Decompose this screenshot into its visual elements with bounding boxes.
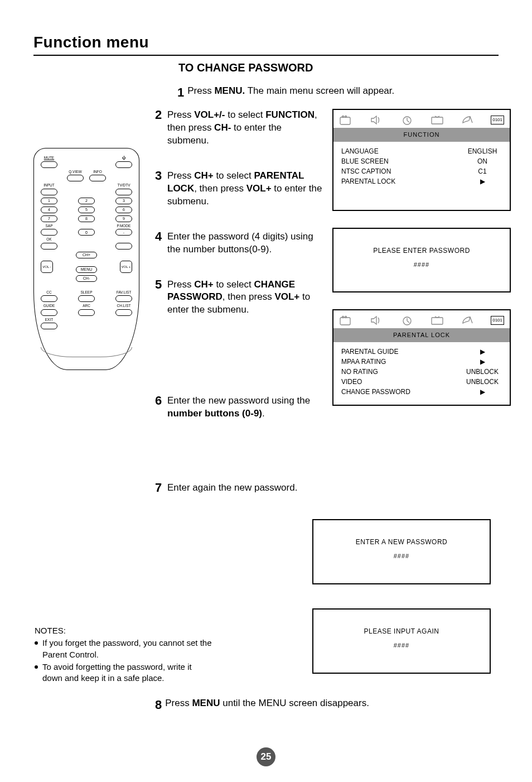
remote-btn-sleep <box>78 295 95 302</box>
remote-btn-cc <box>41 295 57 302</box>
step-5: 5 Press CH+ to select CHANGE PASSWORD, t… <box>155 279 322 317</box>
osd-message: PLEASE INPUT AGAIN <box>319 626 484 636</box>
remote-btn-2: 2 <box>78 198 95 204</box>
osd-iconstrip: 0101 <box>339 114 504 126</box>
step-number: 2 <box>155 109 164 147</box>
osd-message: ENTER A NEW PASSWORD <box>319 537 484 547</box>
remote-label-power: ⏻ <box>115 156 132 160</box>
osd-new-password: ENTER A NEW PASSWORD #### <box>312 519 491 584</box>
step-6: 6 Enter the new password using the numbe… <box>155 395 322 420</box>
svg-point-1 <box>342 116 344 118</box>
osd-code: 0101 <box>491 316 504 325</box>
osd-enter-password: PLEASE ENTER PASSWORD #### <box>332 228 511 293</box>
svg-point-6 <box>342 316 344 318</box>
tv-icon <box>430 114 444 126</box>
svg-rect-0 <box>340 117 350 124</box>
remote-btn-chminus: CH- <box>76 275 97 282</box>
osd-title-bar: PARENTAL LOCK <box>333 328 510 342</box>
dish-icon <box>461 114 475 126</box>
step-number: 3 <box>155 170 164 208</box>
sound-icon <box>369 315 384 326</box>
step-3: 3 Press CH+ to select PARENTAL LOCK, the… <box>155 170 322 208</box>
remote-btn-volminus: VOL - <box>41 261 53 273</box>
step-text: Press MENU. The main menu screen will ap… <box>187 85 394 100</box>
remote-btn-1: 1 <box>41 198 57 204</box>
step-7: 7 Enter again the new password. <box>155 482 322 495</box>
step-1: 1 Press MENU. The main menu screen will … <box>177 85 499 100</box>
remote-label-favlist: FAV.LIST <box>115 291 132 295</box>
osd-row: PARENTAL LOCK▶ <box>339 176 504 186</box>
page-title: Function menu <box>33 33 499 56</box>
remote-btn-3: 3 <box>115 198 132 204</box>
remote-label-mute: MUTE <box>41 156 57 160</box>
remote-label-input: INPUT <box>41 184 57 188</box>
step-number: 4 <box>155 231 164 256</box>
notes-item: If you forget the password, you cannot s… <box>35 637 213 660</box>
remote-btn-4: 4 <box>41 207 57 213</box>
osd-row: MPAA RATING▶ <box>339 357 504 367</box>
notes-heading: NOTES: <box>35 625 213 636</box>
picture-icon <box>339 315 354 326</box>
step-text: Enter the new password using the number … <box>167 395 322 420</box>
remote-label-tvdtv: TV/DTV <box>115 184 132 188</box>
timer-icon <box>400 114 414 126</box>
osd-function-menu: 0101 FUNCTION LANGUAGEENGLISH BLUE SCREE… <box>332 109 511 211</box>
svg-rect-5 <box>340 318 350 325</box>
svg-rect-4 <box>432 117 443 124</box>
remote-label-guide: GUIDE <box>41 304 57 308</box>
sound-icon <box>369 114 384 126</box>
step-text: Press CH+ to select PARENTAL LOCK, then … <box>167 170 322 208</box>
step-2: 2 Press VOL+/- to select FUNCTION, then … <box>155 109 322 147</box>
remote-btn-ok <box>41 243 57 250</box>
remote-btn-chplus: CH+ <box>76 252 97 258</box>
remote-btn-6: 6 <box>115 207 132 213</box>
step-text: Press CH+ to select CHANGE PASSWORD, the… <box>167 279 322 317</box>
svg-rect-9 <box>432 318 443 324</box>
svg-point-7 <box>345 316 347 318</box>
remote-btn-sap <box>41 229 57 236</box>
timer-icon <box>400 315 414 326</box>
osd-row: PARENTAL GUIDE▶ <box>339 347 504 357</box>
remote-btn-7: 7 <box>41 215 57 222</box>
remote-btn-input <box>41 189 57 195</box>
step-number: 8 <box>155 698 162 712</box>
osd-parental-lock-menu: 0101 PARENTAL LOCK PARENTAL GUIDE▶ MPAA … <box>332 309 511 406</box>
remote-btn-9: 9 <box>115 215 132 222</box>
remote-btn-5: 5 <box>78 207 95 213</box>
remote-label-cc: CC <box>41 291 57 295</box>
remote-btn-info <box>89 175 106 181</box>
step-text: Press MENU until the MENU screen disappe… <box>165 698 369 712</box>
dish-icon <box>461 315 475 326</box>
osd-row: NO RATINGUNBLOCK <box>339 367 504 377</box>
remote-label-exit: EXIT <box>41 318 57 322</box>
remote-btn-tvdtv <box>115 189 132 195</box>
step-8: 8 Press MENU until the MENU screen disap… <box>155 698 369 712</box>
remote-btn-menu: MENU <box>76 266 97 273</box>
remote-label-qview: Q.VIEW <box>67 170 84 174</box>
remote-btn-favlist <box>115 295 132 302</box>
remote-btn-8: 8 <box>78 215 95 222</box>
step-number: 5 <box>155 279 164 317</box>
remote-control-illustration: MUTE ⏻ Q.VIEW INFO INPUT TV/DTV 123 456 … <box>33 148 139 370</box>
step-text: Enter the password (4 digits) using the … <box>167 231 322 256</box>
remote-label-chlist: CH.LIST <box>115 304 132 308</box>
remote-btn-power <box>115 161 132 168</box>
remote-btn-blank <box>115 243 132 250</box>
step-number: 6 <box>155 395 164 420</box>
remote-btn-volplus: VOL + <box>120 261 132 273</box>
remote-label-info: INFO <box>89 170 106 174</box>
remote-btn-guide <box>41 309 57 316</box>
step-text: Enter again the new password. <box>167 482 297 495</box>
tv-icon <box>430 315 444 326</box>
step-number: 7 <box>155 482 164 495</box>
remote-label-sleep: SLEEP <box>78 291 95 295</box>
step-4: 4 Enter the password (4 digits) using th… <box>155 231 322 256</box>
osd-row: VIDEOUNBLOCK <box>339 377 504 387</box>
remote-label-sap: SAP <box>41 224 57 228</box>
osd-password-mask: #### <box>319 551 484 561</box>
osd-row: CHANGE PASSWORD▶ <box>339 387 504 397</box>
osd-iconstrip: 0101 <box>339 315 504 326</box>
notes-block: NOTES: If you forget the password, you c… <box>35 625 213 685</box>
step-text: Press VOL+/- to select FUNCTION, then pr… <box>167 109 322 147</box>
remote-label-arc: ARC <box>78 304 95 308</box>
